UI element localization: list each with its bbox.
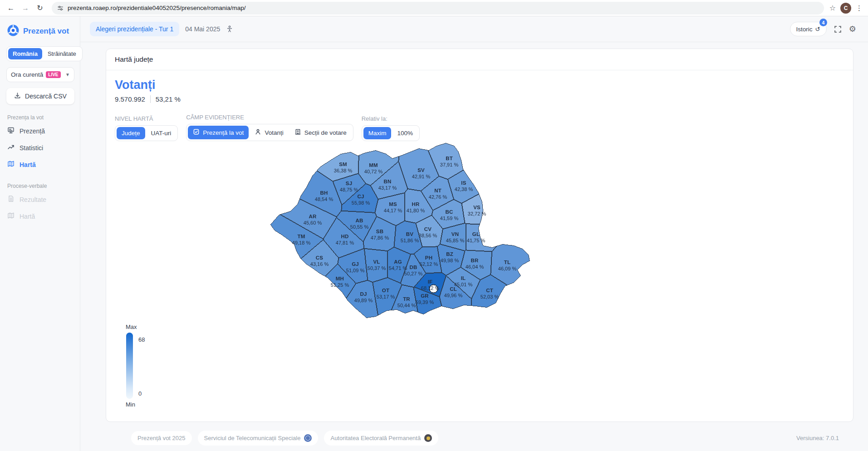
option-uat-uri[interactable]: UAT-uri — [146, 127, 177, 139]
metric-divider — [150, 95, 151, 103]
election-badge[interactable]: Alegeri prezidențiale - Tur 1 — [90, 22, 179, 36]
sidebar: Prezență vot România Străinătate Ora cur… — [0, 16, 80, 451]
history-icon: ↺ — [815, 25, 820, 33]
checkbox-icon — [193, 128, 200, 137]
card-title: Hartă județe — [106, 49, 853, 70]
fullscreen-icon[interactable] — [834, 25, 842, 33]
download-csv-button[interactable]: Descarcă CSV — [6, 88, 74, 104]
download-csv-label: Descarcă CSV — [25, 93, 67, 100]
footer-pill[interactable]: Autoritatea Electorală Permanentă — [324, 431, 438, 446]
sidebar-item-prezenta[interactable]: Prezență — [6, 123, 74, 139]
map-legend: Max 68 0 Min — [126, 324, 137, 408]
document-icon — [7, 195, 15, 204]
map-icon — [7, 160, 15, 169]
option-maxim[interactable]: Maxim — [363, 127, 392, 139]
browser-menu-icon[interactable]: ⋮ — [856, 4, 863, 12]
main-header: Alegeri prezidențiale - Tur 1 04 Mai 202… — [80, 16, 868, 42]
nivel-harta-segmented: JudețeUAT-uri — [115, 125, 178, 141]
legend-gradient-bar — [126, 333, 133, 399]
tab-strainatate[interactable]: Străinătate — [43, 48, 81, 59]
relativ-la-label: Relativ la: — [362, 115, 420, 122]
legend-max-value: 68 — [138, 336, 145, 343]
relativ-la-segmented: Maxim100% — [362, 125, 420, 141]
sidebar-item-statistici[interactable]: Statistici — [6, 139, 74, 156]
app-logo-icon — [7, 25, 19, 38]
metric-title: Votanți — [115, 78, 844, 92]
map-card: Hartă județe Votanți 9.570.992 53,21 % N… — [106, 49, 853, 422]
option-sec-ii-de-votare[interactable]: Secții de votare — [289, 126, 352, 139]
legend-min-label: Min — [126, 401, 137, 408]
istoric-badge: 4 — [819, 19, 827, 26]
sidebar-section-title: Procese-verbale — [7, 183, 74, 189]
page-footer: Prezență vot 2025Serviciul de Telecomuni… — [106, 422, 853, 446]
legend-min-value: 0 — [138, 390, 142, 397]
sidebar-item-label: Statistici — [20, 144, 43, 152]
metric-percent: 53,21 % — [156, 95, 181, 103]
bookmark-star-icon[interactable]: ☆ — [829, 4, 836, 12]
legend-max-label: Max — [126, 324, 137, 330]
download-icon — [14, 92, 21, 100]
monitor-icon — [7, 127, 15, 135]
chevron-down-icon: ▼ — [65, 72, 70, 77]
country-tabs: România Străinătate — [6, 46, 83, 61]
nivel-harta-label: NIVEL HARTĂ — [115, 115, 178, 122]
sidebar-item-rezultate: Rezultate — [6, 191, 74, 208]
election-date: 04 Mai 2025 — [185, 25, 220, 33]
chart-icon — [7, 143, 15, 152]
url-text: prezenta.roaep.ro/prezidentiale04052025/… — [68, 5, 246, 11]
option-100-[interactable]: 100% — [392, 127, 418, 139]
live-badge: LIVE — [46, 71, 60, 78]
sidebar-item-label: Hartă — [20, 161, 36, 168]
map-area: BH48,54 %SM36,38 %MM40,72 %SJ48,75 %BN43… — [115, 141, 844, 422]
version-label: Versiunea: 7.0.1 — [796, 435, 839, 441]
person-icon — [255, 128, 261, 137]
time-range-label: Ora curentă — [11, 71, 43, 78]
tab-romania[interactable]: România — [8, 48, 42, 59]
aep-logo — [424, 434, 432, 442]
browser-chrome: ← → ↻ prezenta.roaep.ro/prezidentiale040… — [0, 0, 868, 16]
camp-evidentiere-segmented: Prezență la votVotanțiSecții de votare — [186, 124, 353, 141]
option-prezen-la-vot[interactable]: Prezență la vot — [188, 126, 249, 139]
option-votan-i[interactable]: Votanți — [250, 126, 288, 139]
sidebar-item-label: Rezultate — [20, 196, 46, 203]
sidebar-nav: Prezența la votPrezențăStatisticiHartăPr… — [6, 114, 74, 225]
istoric-label: Istoric — [796, 26, 813, 33]
site-info-icon[interactable] — [57, 5, 64, 11]
sts-logo — [304, 434, 312, 442]
time-range-select[interactable]: Ora curentă LIVE ▼ — [6, 67, 74, 82]
map-icon — [7, 212, 15, 221]
sidebar-section-title: Prezența la vot — [7, 114, 74, 121]
profile-avatar[interactable]: C — [840, 3, 851, 14]
footer-pill[interactable]: Serviciul de Telecomunicații Speciale — [198, 431, 319, 446]
istoric-button[interactable]: Istoric ↺ 4 — [790, 22, 827, 36]
settings-gear-icon[interactable]: ⚙ — [849, 24, 856, 34]
accessibility-icon[interactable] — [226, 25, 233, 33]
sidebar-item-harta[interactable]: Hartă — [6, 156, 74, 173]
sidebar-item-harta-pv: Hartă — [6, 208, 74, 225]
sidebar-item-label: Prezență — [20, 127, 45, 135]
sidebar-item-label: Hartă — [20, 213, 35, 220]
county-map-canvas[interactable] — [269, 142, 532, 324]
metric-value: 9.570.992 — [115, 95, 145, 103]
footer-pill[interactable]: Prezență vot 2025 — [131, 431, 192, 445]
camp-evidentiere-label: CÂMP EVIDENȚIERE — [186, 114, 353, 121]
url-bar[interactable]: prezenta.roaep.ro/prezidentiale04052025/… — [52, 2, 824, 15]
browser-reload-button[interactable]: ↻ — [34, 2, 46, 15]
building-icon — [294, 128, 301, 137]
option-jude-e[interactable]: Județe — [117, 127, 145, 139]
browser-back-button[interactable]: ← — [5, 2, 17, 15]
browser-forward-button[interactable]: → — [19, 2, 32, 15]
app-title: Prezență vot — [23, 27, 69, 36]
